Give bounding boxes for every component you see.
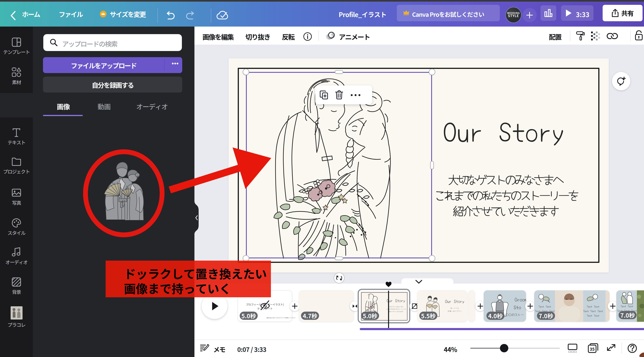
svg-text:35: 35 xyxy=(590,346,595,352)
